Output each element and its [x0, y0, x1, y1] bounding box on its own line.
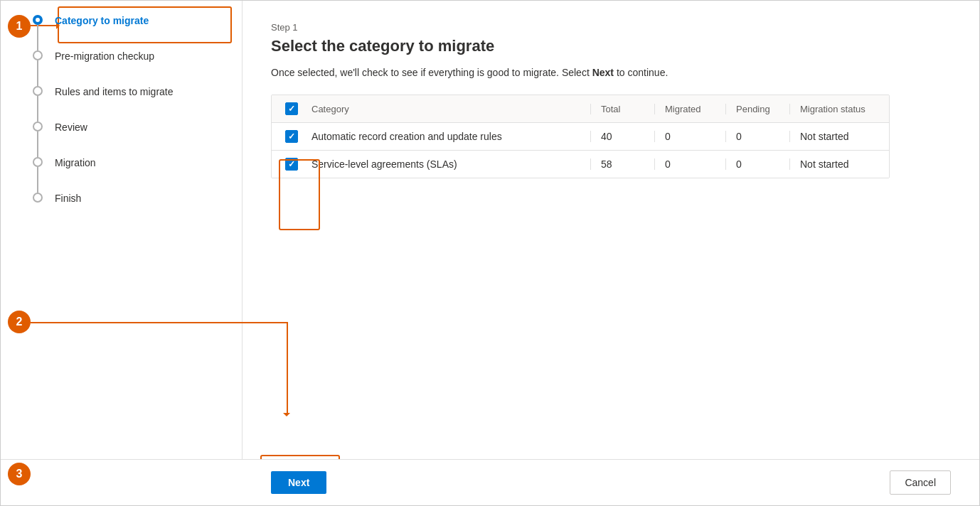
- select-all-checkbox[interactable]: ✓: [285, 102, 298, 115]
- annotation-badge-3: 3: [8, 463, 31, 485]
- row2-checkbox[interactable]: ✓: [285, 158, 298, 171]
- sidebar: Category to migrate Pre-migration checku…: [1, 1, 243, 505]
- row2-status: Not started: [789, 158, 889, 170]
- table-header: ✓ Category Total Migrated Pending Migrat…: [272, 95, 889, 123]
- footer: Next Cancel: [1, 459, 979, 505]
- description-part2: to continue.: [614, 67, 668, 78]
- step-circle-4: [33, 122, 43, 131]
- page-title: Select the category to migrate: [271, 37, 951, 55]
- table-row: ✓ Service-level agreements (SLAs) 58 0 0…: [272, 151, 889, 178]
- sidebar-item-pre-migration[interactable]: Pre-migration checkup: [29, 50, 242, 86]
- sidebar-item-label-5: Migration: [55, 157, 96, 169]
- step-connector-col-3: [29, 86, 46, 122]
- main-content: Category to migrate Pre-migration checku…: [1, 1, 979, 505]
- step-line-1: [37, 25, 38, 50]
- step-circle-3: [33, 86, 43, 96]
- col-check-header[interactable]: ✓: [272, 102, 311, 115]
- row2-category: Service-level agreements (SLAs): [311, 158, 590, 170]
- arrow-2-vert-down: [287, 322, 288, 414]
- row1-migrated: 0: [654, 131, 725, 142]
- sidebar-item-category-to-migrate[interactable]: Category to migrate: [29, 15, 242, 50]
- annotation-badge-1: 1: [8, 15, 31, 38]
- sidebar-item-label-6: Finish: [55, 193, 81, 205]
- step-circle-5: [33, 157, 43, 167]
- row1-checkbox[interactable]: ✓: [285, 130, 298, 143]
- check-icon: ✓: [288, 104, 295, 113]
- description-bold: Next: [592, 67, 614, 78]
- col-category-header: Category: [311, 104, 590, 114]
- step-circle-2: [33, 50, 43, 60]
- description-part1: Once selected, we'll check to see if eve…: [271, 67, 592, 78]
- col-migrated-header: Migrated: [654, 104, 725, 114]
- cancel-button[interactable]: Cancel: [890, 470, 951, 495]
- row2-check-icon: ✓: [288, 160, 295, 168]
- page-wrapper: 1 2 3 Category to migrate: [0, 0, 980, 506]
- step-connector-col-2: [29, 50, 46, 86]
- row2-check-col[interactable]: ✓: [272, 158, 311, 171]
- step-connector-col-4: [29, 122, 46, 157]
- row1-status: Not started: [789, 131, 889, 142]
- arrow-2-horiz: [31, 322, 287, 323]
- row2-pending: 0: [725, 158, 789, 170]
- col-pending-header: Pending: [725, 104, 789, 114]
- next-button[interactable]: Next: [271, 471, 326, 494]
- step-connector-col-6: [29, 193, 46, 203]
- sidebar-item-label-4: Review: [55, 122, 87, 134]
- step-group: Category to migrate Pre-migration checku…: [29, 15, 242, 205]
- row1-check-col[interactable]: ✓: [272, 130, 311, 143]
- step-connector-col-5: [29, 157, 46, 193]
- step-circle-1: [33, 15, 43, 25]
- step-line-3: [37, 96, 38, 122]
- sidebar-item-finish[interactable]: Finish: [29, 193, 242, 205]
- row2-total: 58: [590, 158, 654, 170]
- row1-check-icon: ✓: [288, 132, 295, 141]
- sidebar-item-rules-items[interactable]: Rules and items to migrate: [29, 86, 242, 122]
- sidebar-item-label-1: Category to migrate: [55, 15, 149, 27]
- step-line-4: [37, 131, 38, 157]
- table-row: ✓ Automatic record creation and update r…: [272, 123, 889, 151]
- sidebar-item-label-2: Pre-migration checkup: [55, 50, 154, 63]
- col-total-header: Total: [590, 104, 654, 114]
- step-circle-6: [33, 193, 43, 203]
- description: Once selected, we'll check to see if eve…: [271, 65, 951, 80]
- main-panel: Step 1 Select the category to migrate On…: [243, 1, 979, 505]
- row2-migrated: 0: [654, 158, 725, 170]
- sidebar-item-review[interactable]: Review: [29, 122, 242, 157]
- step-indicator: Step 1: [271, 22, 951, 33]
- step-line-5: [37, 167, 38, 193]
- annotation-badge-2: 2: [8, 311, 31, 333]
- sidebar-item-label-3: Rules and items to migrate: [55, 86, 174, 98]
- col-status-header: Migration status: [789, 104, 889, 114]
- row1-total: 40: [590, 131, 654, 142]
- row1-category: Automatic record creation and update rul…: [311, 131, 590, 142]
- row1-pending: 0: [725, 131, 789, 142]
- step-line-2: [37, 60, 38, 86]
- category-table: ✓ Category Total Migrated Pending Migrat…: [271, 95, 890, 178]
- step-connector-col-1: [29, 15, 46, 50]
- arrow-2-end: [283, 413, 290, 420]
- sidebar-item-migration[interactable]: Migration: [29, 157, 242, 193]
